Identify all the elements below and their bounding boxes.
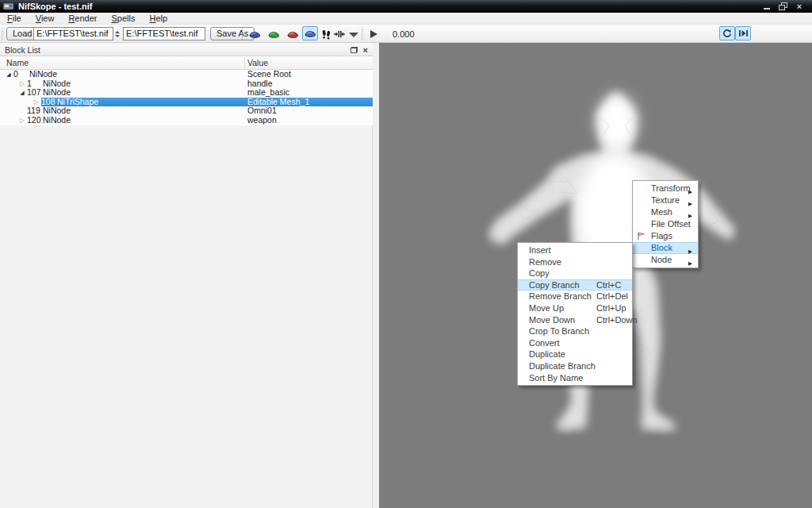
toolbar-grip[interactable]: [362, 28, 364, 40]
menu-bar: File View Render Spells Help: [0, 13, 812, 25]
toolbar-grip[interactable]: [242, 28, 244, 40]
view-marker-blue-button[interactable]: [247, 27, 262, 41]
menu-view[interactable]: View: [29, 13, 62, 24]
menu-item-duplicate[interactable]: Duplicate: [518, 348, 632, 360]
menu-item-remove-branch[interactable]: Remove Branch Ctrl+Del: [518, 291, 632, 302]
loop-icon: [722, 29, 732, 38]
block-tree: ◢ 0 NiNode Scene Root ▷ 1 NiNode handle …: [0, 70, 373, 125]
block-value: Omni01: [247, 106, 277, 116]
block-list-titlebar[interactable]: Block List ×: [0, 44, 373, 56]
block-id: 119: [27, 106, 43, 115]
menu-item-flags[interactable]: Flags: [633, 230, 698, 242]
spin-up-icon[interactable]: [115, 31, 120, 33]
column-name[interactable]: Name: [6, 58, 29, 67]
center-axis-icon: [333, 29, 346, 39]
undock-panel-icon[interactable]: [350, 47, 358, 53]
expand-arrow-icon[interactable]: ◢: [4, 70, 13, 79]
menu-item-file-offset[interactable]: File Offset: [633, 218, 698, 230]
menu-item-insert[interactable]: Insert: [518, 244, 632, 256]
menu-item-duplicate-branch[interactable]: Duplicate Branch: [518, 360, 632, 372]
shortcut-label: Ctrl+Up: [596, 302, 626, 314]
load-path-field[interactable]: E:\FFTEST\test.nif: [33, 27, 113, 40]
menu-item-block[interactable]: Block ▶: [633, 242, 698, 254]
block-id: 107: [27, 88, 43, 97]
table-row[interactable]: 119 NiNode Omni01: [0, 106, 373, 116]
panel-title: Block List: [5, 45, 40, 55]
center-view-button[interactable]: [331, 27, 347, 41]
menu-item-transform[interactable]: Transform ▶: [633, 183, 698, 194]
switch-anim-button[interactable]: [735, 26, 751, 40]
block-type: NiNode: [43, 116, 71, 125]
block-id: 0: [13, 70, 29, 79]
context-menu: Transform ▶ Texture ▶ Mesh ▶ File Offset…: [632, 180, 699, 268]
flag-icon: [637, 232, 645, 241]
shortcut-label: Ctrl+Del: [596, 291, 628, 302]
view-marker-active-button[interactable]: [302, 26, 318, 40]
block-list-panel: Block List × Name Value ◢ 0 NiNode Scene…: [0, 43, 373, 508]
block-type: NiNode: [43, 88, 71, 97]
collapse-arrow-icon[interactable]: ▷: [17, 79, 27, 88]
block-value: weapon: [247, 116, 277, 125]
view-marker-red-button[interactable]: [285, 27, 301, 41]
expand-arrow-icon[interactable]: ◢: [17, 88, 27, 97]
window-title: NifSkope - test.nif: [18, 1, 93, 12]
menu-spells[interactable]: Spells: [105, 13, 143, 24]
down-arrow-icon: [349, 33, 358, 37]
menu-item-mesh[interactable]: Mesh ▶: [633, 206, 698, 218]
minimize-button[interactable]: [763, 2, 772, 11]
block-type: NiNode: [29, 70, 57, 79]
toolbar-grip[interactable]: [2, 28, 4, 40]
menu-item-texture[interactable]: Texture ▶: [633, 194, 698, 206]
table-row[interactable]: ◢ 0 NiNode Scene Root: [0, 70, 373, 79]
red-marker-icon: [287, 30, 299, 39]
save-path-field[interactable]: E:\FFTEST\test.nif: [123, 27, 205, 40]
block-value: Scene Root: [247, 70, 291, 79]
view-marker-green-button[interactable]: [266, 27, 282, 41]
footprints-icon: [322, 29, 331, 40]
play-icon: [370, 30, 377, 38]
menu-item-copy[interactable]: Copy: [518, 267, 632, 279]
menu-item-move-up[interactable]: Move Up Ctrl+Up: [518, 302, 632, 314]
nifskope-app-icon: [3, 2, 14, 11]
collapse-arrow-icon[interactable]: ▷: [17, 116, 27, 125]
block-id: 1: [27, 79, 43, 88]
shortcut-label: Ctrl+Down: [596, 314, 638, 326]
spin-down-icon[interactable]: [115, 35, 120, 37]
block-id: 108: [41, 98, 57, 106]
menu-item-sort-by-name[interactable]: Sort By Name: [518, 372, 632, 384]
path-spinner[interactable]: [114, 28, 121, 40]
blue-marker-icon: [249, 30, 261, 39]
close-button[interactable]: ×: [795, 2, 804, 11]
menu-render[interactable]: Render: [61, 13, 104, 24]
green-marker-icon: [268, 30, 280, 39]
menu-item-remove[interactable]: Remove: [518, 256, 632, 268]
title-bar: NifSkope - test.nif ×: [0, 0, 812, 13]
pingpong-icon: [738, 29, 749, 38]
loop-toggle-button[interactable]: [719, 26, 735, 40]
restore-button[interactable]: [779, 2, 788, 11]
table-row[interactable]: ◢ 107 NiNode male_basic: [0, 88, 373, 98]
animation-time-value: 0.000: [393, 29, 415, 39]
play-button[interactable]: [366, 27, 381, 41]
toolbar: Load E:\FFTEST\test.nif E:\FFTEST\test.n…: [0, 25, 812, 43]
close-panel-icon[interactable]: ×: [363, 46, 368, 54]
menu-item-convert[interactable]: Convert: [518, 337, 632, 349]
block-id: 120: [27, 116, 43, 125]
block-type: NiNode: [43, 79, 71, 88]
block-submenu: Insert Remove Copy Copy Branch Ctrl+C Re…: [517, 242, 633, 386]
column-separator[interactable]: [244, 58, 245, 68]
table-row[interactable]: ▷ 120 NiNode weapon: [0, 116, 373, 125]
menu-help[interactable]: Help: [142, 13, 174, 24]
menu-item-copy-branch[interactable]: Copy Branch Ctrl+C: [518, 279, 632, 291]
collapse-arrow-icon[interactable]: ▷: [32, 98, 41, 106]
block-type: NiTriShape: [57, 98, 98, 106]
menu-item-crop-to-branch[interactable]: Crop To Branch: [518, 325, 632, 337]
menu-item-node[interactable]: Node ▶: [633, 254, 698, 266]
flush-view-button[interactable]: [346, 28, 362, 42]
block-type: NiNode: [43, 106, 71, 115]
menu-item-move-down[interactable]: Move Down Ctrl+Down: [518, 314, 632, 326]
column-value[interactable]: Value: [247, 58, 268, 67]
tree-column-header[interactable]: Name Value: [0, 56, 373, 70]
menu-file[interactable]: File: [0, 13, 29, 24]
block-value: male_basic: [247, 88, 289, 98]
